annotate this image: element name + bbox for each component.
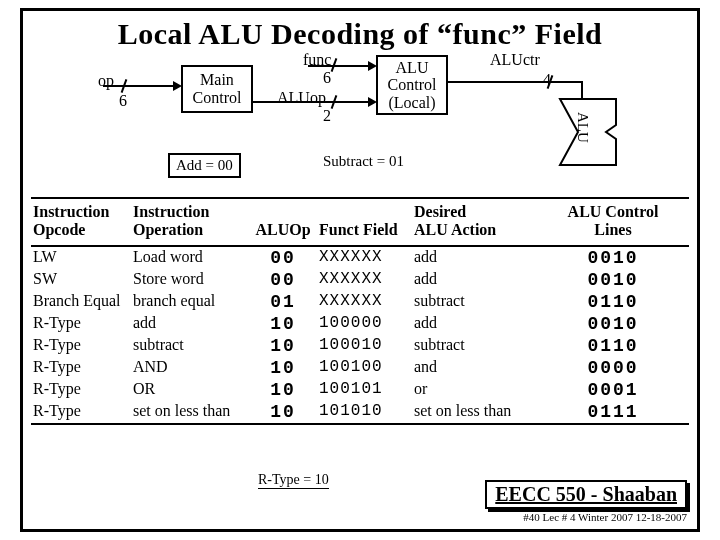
cell-aluop: 10 — [249, 401, 317, 423]
th-opcode: Instruction Opcode — [31, 199, 131, 245]
cell-ctrl: 0111 — [537, 401, 689, 423]
cell-ctrl: 0110 — [537, 335, 689, 357]
cell-funct: XXXXXX — [317, 291, 412, 313]
th-aluop: ALUOp — [249, 199, 317, 245]
cell-action: add — [412, 269, 537, 291]
cell-funct: XXXXXX — [317, 247, 412, 269]
cell-opcode: Branch Equal — [31, 291, 131, 313]
cell-action: subtract — [412, 335, 537, 357]
table-row: SWStore word00XXXXXXadd0010 — [31, 269, 689, 291]
cell-ctrl: 0010 — [537, 313, 689, 335]
cell-opcode: R-Type — [31, 313, 131, 335]
cell-aluop: 00 — [249, 247, 317, 269]
alu-control-box: ALU Control (Local) — [376, 55, 448, 115]
cell-opcode: LW — [31, 247, 131, 269]
cell-operation: Load word — [131, 247, 249, 269]
cell-action: add — [412, 313, 537, 335]
cell-operation: OR — [131, 379, 249, 401]
cell-ctrl: 0110 — [537, 291, 689, 313]
main-control-box: Main Control — [181, 65, 253, 113]
slide-frame: Local ALU Decoding of “func” Field op 6 … — [20, 8, 700, 532]
cell-operation: set on less than — [131, 401, 249, 423]
cell-aluop: 10 — [249, 357, 317, 379]
cell-ctrl: 0000 — [537, 357, 689, 379]
cell-opcode: R-Type — [31, 335, 131, 357]
cell-opcode: R-Type — [31, 379, 131, 401]
course-badge: EECC 550 - Shaaban — [485, 480, 687, 509]
cell-opcode: R-Type — [31, 401, 131, 423]
th-desired: Desired ALU Action — [412, 199, 537, 245]
cell-action: or — [412, 379, 537, 401]
table-row: R-Typeadd10100000add0010 — [31, 313, 689, 335]
cell-funct: XXXXXX — [317, 269, 412, 291]
table-row: R-TypeOR10100101or0001 — [31, 379, 689, 401]
aluop-wire — [253, 101, 370, 103]
table-row: LWLoad word00XXXXXXadd0010 — [31, 247, 689, 269]
cell-operation: Store word — [131, 269, 249, 291]
decoding-diagram: op 6 Main Control func 6 ALUop 2 ALU Con… — [23, 57, 697, 197]
table-row: R-Typeset on less than10101010set on les… — [31, 401, 689, 423]
cell-funct: 100101 — [317, 379, 412, 401]
subtract-note: Subtract = 01 — [323, 153, 404, 170]
table-bottom-rule — [31, 423, 689, 425]
table-row: R-TypeAND10100100and0000 — [31, 357, 689, 379]
alu-label: ALU — [574, 112, 591, 143]
op-label: op — [98, 72, 114, 90]
table-row: Branch Equalbranch equal01XXXXXXsubtract… — [31, 291, 689, 313]
op-wire — [103, 85, 175, 87]
cell-ctrl: 0001 — [537, 379, 689, 401]
cell-aluop: 10 — [249, 379, 317, 401]
th-operation: Instruction Operation — [131, 199, 249, 245]
rtype-note: R-Type = 10 — [258, 472, 329, 489]
th-funct: Funct Field — [317, 199, 412, 245]
table-header-row: Instruction Opcode Instruction Operation… — [31, 199, 689, 245]
cell-operation: subtract — [131, 335, 249, 357]
cell-aluop: 01 — [249, 291, 317, 313]
cell-aluop: 00 — [249, 269, 317, 291]
cell-aluop: 10 — [249, 313, 317, 335]
aluop-bits: 2 — [323, 107, 331, 125]
cell-action: add — [412, 247, 537, 269]
aluctr-label: ALUctr — [490, 51, 540, 69]
aluop-label: ALUop — [277, 89, 326, 107]
aluctr-wire — [448, 81, 583, 83]
cell-aluop: 10 — [249, 335, 317, 357]
cell-funct: 100100 — [317, 357, 412, 379]
slide-title: Local ALU Decoding of “func” Field — [23, 17, 697, 51]
cell-action: and — [412, 357, 537, 379]
cell-opcode: R-Type — [31, 357, 131, 379]
slide-footer: EECC 550 - Shaaban #40 Lec # 4 Winter 20… — [485, 480, 687, 523]
cell-funct: 100000 — [317, 313, 412, 335]
decoding-table: Instruction Opcode Instruction Operation… — [31, 197, 689, 425]
cell-action: set on less than — [412, 401, 537, 423]
cell-funct: 101010 — [317, 401, 412, 423]
th-ctrl: ALU Control Lines — [537, 199, 689, 245]
cell-ctrl: 0010 — [537, 247, 689, 269]
cell-action: subtract — [412, 291, 537, 313]
add-note: Add = 00 — [168, 153, 241, 178]
cell-operation: AND — [131, 357, 249, 379]
cell-operation: add — [131, 313, 249, 335]
table-row: R-Typesubtract10100010subtract0110 — [31, 335, 689, 357]
func-wire — [308, 65, 370, 67]
cell-opcode: SW — [31, 269, 131, 291]
func-bits: 6 — [323, 69, 331, 87]
op-bits: 6 — [119, 92, 127, 110]
cell-ctrl: 0010 — [537, 269, 689, 291]
cell-operation: branch equal — [131, 291, 249, 313]
slide-meta: #40 Lec # 4 Winter 2007 12-18-2007 — [485, 511, 687, 523]
cell-funct: 100010 — [317, 335, 412, 357]
